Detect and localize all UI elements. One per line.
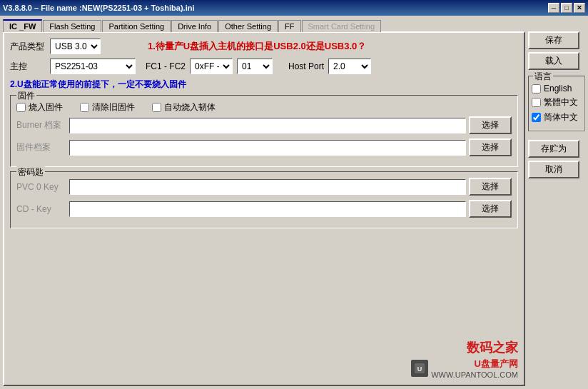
- cancel-button[interactable]: 取消: [528, 161, 579, 178]
- main-ctrl-label: 主控: [10, 61, 46, 73]
- warning2: 2.U盘能正常使用的前提下，一定不要烧入固件: [10, 79, 186, 91]
- pvc0-row: PVC 0 Key 选择: [16, 178, 512, 196]
- lang-traditional-item: 繁體中文: [532, 96, 582, 108]
- fc1-fc2-label: FC1 - FC2: [146, 61, 186, 71]
- tab-partition-setting[interactable]: Partition Setting: [102, 20, 171, 32]
- maximize-button[interactable]: □: [561, 3, 572, 13]
- burner-file-input[interactable]: [69, 118, 466, 133]
- close-button[interactable]: ✕: [574, 3, 585, 13]
- tab-smart-card: Smart Card Setting: [302, 20, 382, 32]
- pvc0-label: PVC 0 Key: [16, 182, 66, 192]
- watermark-line2: U盘量产网: [431, 358, 518, 370]
- product-type-label: 产品类型: [10, 41, 46, 53]
- traditional-checkbox[interactable]: [532, 98, 541, 107]
- password-section: 密码匙 PVC 0 Key 选择 CD - Key 选择: [10, 171, 518, 228]
- tab-drive-info[interactable]: Drive Info: [171, 20, 218, 32]
- burner-select-button[interactable]: 选择: [469, 116, 512, 134]
- lang-english-item: English: [532, 84, 582, 94]
- clear-old-checkbox[interactable]: [80, 103, 89, 112]
- tab-bar: IC _FW Flash Setting Partition Setting D…: [0, 16, 588, 31]
- content-area: 产品类型 USB 3.0 USB 2.0 1.待量产U盘插入主机的接口是USB2…: [0, 31, 588, 389]
- firmware-file-row: 固件档案 选择: [16, 138, 512, 156]
- burn-firmware-checkbox[interactable]: [16, 103, 26, 112]
- firmware-file-label: 固件档案: [16, 141, 66, 153]
- burn-firmware-row: 烧入固件 清除旧固件 自动烧入韧体: [16, 101, 512, 113]
- host-port-label: Host Port: [288, 61, 324, 71]
- burner-file-label: Burner 档案: [16, 119, 66, 131]
- tab-flash-setting[interactable]: Flash Setting: [43, 20, 101, 32]
- fc-ff-select[interactable]: 0xFF -: [190, 59, 233, 74]
- svg-text:U: U: [417, 365, 422, 373]
- password-title: 密码匙: [16, 166, 45, 178]
- english-checkbox[interactable]: [532, 84, 541, 94]
- firmware-select-button[interactable]: 选择: [469, 138, 512, 156]
- cd-key-input[interactable]: [69, 201, 466, 217]
- main-panel: 产品类型 USB 3.0 USB 2.0 1.待量产U盘插入主机的接口是USB2…: [3, 31, 525, 386]
- burner-file-row: Burner 档案 选择: [16, 116, 512, 134]
- lang-simplified-label: 简体中文: [544, 111, 578, 123]
- firmware-title: 固件: [16, 90, 36, 102]
- language-title: 语言: [533, 71, 553, 83]
- load-button[interactable]: 载入: [528, 52, 579, 70]
- simplified-checkbox[interactable]: [532, 113, 541, 122]
- title-bar-buttons: ─ □ ✕: [548, 3, 585, 13]
- save-button[interactable]: 保存: [528, 31, 579, 49]
- tab-ic-fw[interactable]: IC _FW: [3, 19, 42, 32]
- save-as-button[interactable]: 存贮为: [528, 140, 579, 158]
- cd-select-button[interactable]: 选择: [469, 200, 512, 218]
- minimize-button[interactable]: ─: [548, 3, 559, 13]
- lang-simplified-item: 简体中文: [532, 111, 582, 123]
- fc-num-select[interactable]: 01: [237, 59, 273, 74]
- title-bar: V3.8.8.0 – File name :NEW(PS2251-03 + To…: [0, 0, 588, 16]
- lang-english-label: English: [544, 84, 572, 94]
- product-type-select[interactable]: USB 3.0 USB 2.0: [50, 39, 101, 54]
- main-window: IC _FW Flash Setting Partition Setting D…: [0, 16, 588, 389]
- warning2-row: 2.U盘能正常使用的前提下，一定不要烧入固件: [10, 79, 518, 91]
- warning1: 1.待量产U盘插入主机的接口是USB2.0还是USB3.0？: [148, 40, 366, 53]
- right-panel: 保存 载入 语言 English 繁體中文 简体中文 存贮为 取消: [528, 31, 585, 386]
- auto-burn-label: 自动烧入韧体: [164, 101, 216, 113]
- firmware-section: 固件 烧入固件 清除旧固件 自动烧入韧体 Burner 档案 选择: [10, 95, 518, 167]
- pvc0-input[interactable]: [69, 179, 466, 195]
- language-section: 语言 English 繁體中文 简体中文: [528, 76, 585, 131]
- pvc0-select-button[interactable]: 选择: [469, 178, 512, 196]
- tab-other-setting[interactable]: Other Setting: [218, 20, 278, 32]
- host-port-select[interactable]: 2.0 3.0: [328, 59, 371, 74]
- watermark-line2-group: U盘量产网 WWW.UPANTOOL.COM: [431, 358, 518, 379]
- lang-traditional-label: 繁體中文: [544, 96, 578, 108]
- auto-burn-checkbox[interactable]: [152, 103, 161, 112]
- burn-firmware-label: 烧入固件: [29, 101, 63, 113]
- watermark-logo: U U盘量产网 WWW.UPANTOOL.COM: [411, 358, 518, 379]
- tab-ff[interactable]: FF: [278, 20, 300, 32]
- product-type-row: 产品类型 USB 3.0 USB 2.0 1.待量产U盘插入主机的接口是USB2…: [10, 39, 518, 54]
- main-ctrl-select[interactable]: PS2251-03: [50, 59, 136, 74]
- cd-key-label: CD - Key: [16, 204, 66, 214]
- firmware-file-input[interactable]: [69, 140, 466, 156]
- clear-old-label: 清除旧固件: [92, 101, 135, 113]
- cd-key-row: CD - Key 选择: [16, 200, 512, 218]
- window-title: V3.8.8.0 – File name :NEW(PS2251-03 + To…: [3, 4, 194, 12]
- watermark: 数码之家 U U盘量产网 WWW.UPANTOOL.COM: [411, 339, 518, 379]
- watermark-url: WWW.UPANTOOL.COM: [431, 370, 518, 379]
- watermark-line1: 数码之家: [411, 339, 518, 356]
- main-ctrl-row: 主控 PS2251-03 FC1 - FC2 0xFF - 01 Host Po…: [10, 59, 518, 74]
- usb-icon: U: [411, 360, 428, 377]
